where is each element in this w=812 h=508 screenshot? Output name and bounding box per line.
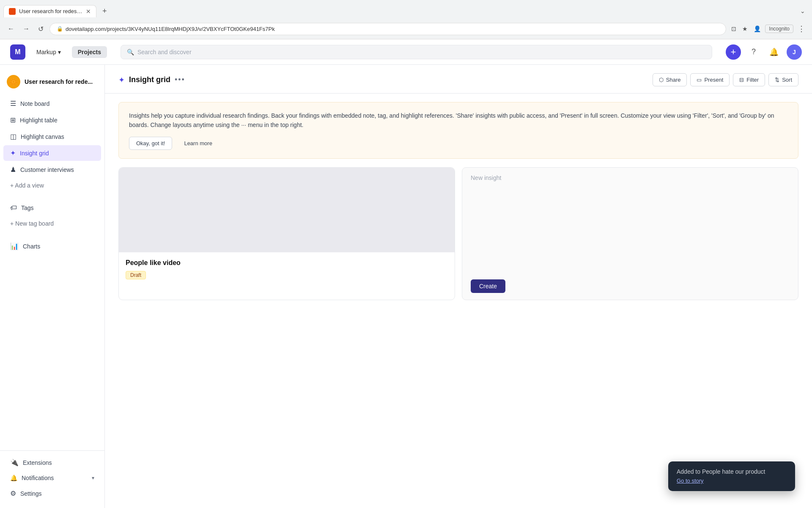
sidebar-item-notifications[interactable]: 🔔 Notifications ▾ — [3, 471, 101, 485]
info-banner: Insights help you capture individual res… — [118, 102, 798, 159]
sidebar-item-label: Insight grid — [20, 150, 49, 157]
settings-icon: ⚙ — [10, 489, 16, 497]
add-view-label: + Add a view — [10, 182, 44, 189]
app-header: M Markup ▾ Projects 🔍 Search and discove… — [0, 39, 812, 65]
tags-icon: 🏷 — [10, 204, 17, 212]
header-actions: + ? 🔔 J — [726, 44, 802, 60]
project-name: User research for rede... — [25, 78, 93, 85]
extensions-icon: 🔌 — [10, 458, 19, 467]
sidebar-item-highlight-table[interactable]: ⊞ Highlight table — [3, 112, 101, 128]
sidebar-item-note-board[interactable]: ☰ Note board — [3, 96, 101, 111]
tab-title: User research for redesigned — [19, 8, 82, 14]
sidebar-item-label: Charts — [23, 243, 40, 250]
new-insight-footer: Create — [462, 273, 798, 300]
search-placeholder: Search and discover — [137, 49, 192, 55]
tab-close-icon[interactable]: ✕ — [86, 8, 91, 15]
refresh-button[interactable]: ↺ — [36, 23, 46, 35]
notifications-left: 🔔 Notifications — [10, 475, 54, 481]
cast-icon[interactable]: ⊡ — [730, 24, 738, 34]
chevron-down-icon: ▾ — [92, 475, 94, 481]
charts-icon: 📊 — [10, 242, 19, 250]
card-title: People like video — [126, 259, 448, 267]
share-button[interactable]: ⬡ Share — [653, 73, 687, 86]
add-button[interactable]: + — [726, 44, 741, 60]
page-title: Insight grid — [129, 75, 170, 84]
toast-notification: Added to People hate our product Go to s… — [668, 461, 795, 491]
browser-expand-icon[interactable]: ⌄ — [797, 6, 809, 16]
new-insight-body — [462, 188, 798, 273]
project-header[interactable]: 🔆 User research for rede... — [0, 72, 104, 95]
project-icon: 🔆 — [7, 75, 20, 88]
new-tag-board-label: + New tag board — [10, 220, 54, 227]
banner-actions: Okay, got it! Learn more — [129, 137, 788, 150]
sidebar-item-settings[interactable]: ⚙ Settings — [3, 486, 101, 501]
bookmark-icon[interactable]: ★ — [741, 24, 749, 34]
sidebar-item-label: Highlight table — [20, 117, 58, 124]
share-icon: ⬡ — [659, 77, 664, 83]
sidebar-bottom: 🔌 Extensions 🔔 Notifications ▾ ⚙ Setting… — [0, 450, 104, 502]
address-bar[interactable]: 🔒 dovetailapp.com/projects/3KV4yNUq11E8l… — [49, 23, 726, 35]
sidebar-item-label: Extensions — [23, 459, 52, 466]
lock-icon: 🔒 — [57, 26, 63, 32]
browser-menu-button[interactable]: ⋮ — [796, 22, 807, 35]
sidebar-item-label: Tags — [21, 204, 34, 211]
back-button[interactable]: ← — [5, 23, 17, 34]
active-tab[interactable]: User research for redesigned ✕ — [3, 5, 96, 17]
new-tab-button[interactable]: + — [98, 4, 111, 18]
new-insight-card: New insight Create — [462, 167, 798, 300]
forward-button[interactable]: → — [20, 23, 32, 34]
sidebar-item-highlight-canvas[interactable]: ◫ Highlight canvas — [3, 129, 101, 144]
draft-badge: Draft — [126, 271, 146, 279]
card-image — [119, 168, 455, 252]
learn-more-button[interactable]: Learn more — [177, 137, 219, 149]
insight-grid-title-icon: ✦ — [118, 75, 125, 85]
search-icon: 🔍 — [127, 49, 134, 55]
notifications-bell-icon[interactable]: 🔔 — [766, 44, 782, 60]
banner-text: Insights help you capture individual res… — [129, 111, 788, 130]
sort-button[interactable]: ⇅ Sort — [768, 73, 798, 86]
okay-button[interactable]: Okay, got it! — [129, 137, 172, 150]
insight-grid-icon: ✦ — [10, 149, 16, 157]
projects-button[interactable]: Projects — [72, 46, 107, 58]
sidebar-item-label: Highlight canvas — [21, 133, 64, 140]
toast-message: Added to People hate our product — [677, 468, 787, 475]
markup-dropdown-button[interactable]: Markup ▾ — [32, 46, 65, 58]
add-view-button[interactable]: + Add a view — [3, 178, 101, 193]
help-button[interactable]: ? — [746, 44, 761, 60]
sidebar-item-extensions[interactable]: 🔌 Extensions — [3, 455, 101, 470]
filter-button[interactable]: ⊟ Filter — [733, 73, 765, 86]
sidebar-item-customer-interviews[interactable]: ♟ Customer interviews — [3, 162, 101, 177]
sidebar-item-insight-grid[interactable]: ✦ Insight grid — [3, 145, 101, 161]
present-button[interactable]: ▭ Present — [690, 73, 730, 86]
insight-card[interactable]: People like video Draft — [118, 167, 455, 300]
cards-grid: People like video Draft New insight Crea… — [105, 167, 812, 314]
filter-icon: ⊟ — [739, 77, 744, 83]
url-text: dovetailapp.com/projects/3KV4yNUq11E8lrq… — [66, 26, 275, 32]
highlight-canvas-icon: ◫ — [10, 133, 16, 141]
tab-favicon — [9, 8, 16, 15]
new-tag-board-button[interactable]: + New tag board — [3, 216, 101, 231]
more-options-icon[interactable]: ••• — [175, 75, 185, 84]
present-icon: ▭ — [697, 77, 702, 83]
sidebar-item-charts[interactable]: 📊 Charts — [3, 238, 101, 254]
customer-interviews-icon: ♟ — [10, 166, 16, 174]
sidebar: 🔆 User research for rede... ☰ Note board… — [0, 65, 105, 508]
dropdown-arrow-icon: ▾ — [58, 49, 61, 55]
card-body: People like video Draft — [119, 252, 455, 286]
note-board-icon: ☰ — [10, 99, 16, 108]
sort-icon: ⇅ — [775, 77, 779, 83]
sidebar-item-tags[interactable]: 🏷 Tags — [3, 200, 101, 215]
toast-link[interactable]: Go to story — [677, 478, 704, 484]
app-logo: M — [10, 44, 25, 60]
notifications-label: Notifications — [22, 475, 54, 481]
search-bar[interactable]: 🔍 Search and discover — [121, 45, 712, 59]
sidebar-item-label: Settings — [20, 490, 42, 497]
new-insight-label: New insight — [462, 168, 798, 188]
avatar[interactable]: J — [787, 44, 802, 60]
sidebar-item-label: Customer interviews — [20, 166, 74, 173]
highlight-table-icon: ⊞ — [10, 116, 16, 124]
account-icon[interactable]: 👤 — [752, 24, 763, 34]
notifications-icon: 🔔 — [10, 475, 17, 481]
create-button[interactable]: Create — [471, 279, 505, 293]
incognito-badge: Incognito — [765, 25, 793, 33]
